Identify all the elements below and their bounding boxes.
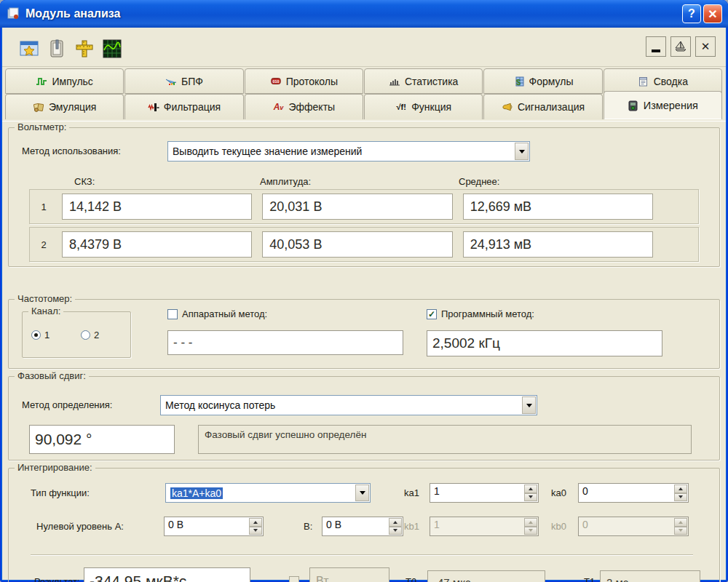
spin-down-button[interactable]	[674, 493, 687, 502]
zero-level-b-label: В:	[304, 521, 312, 532]
spin-up-button	[674, 518, 687, 527]
phase-value-field[interactable]: 90,092 °	[29, 425, 175, 454]
tab-signaling[interactable]: Сигнализация	[483, 94, 602, 119]
software-method-checkbox[interactable]: ✓ Программный метод:	[427, 308, 534, 319]
combo-dropdown-button[interactable]	[522, 396, 536, 414]
ka0-value: 0	[579, 484, 673, 502]
tab-formulas[interactable]: $ Формулы	[483, 68, 602, 94]
phase-method-combobox[interactable]: Метод косинуса потерь	[160, 395, 537, 415]
column-rms-label: СКЗ:	[74, 176, 95, 187]
tab-bpf[interactable]: БПФ	[124, 68, 243, 94]
tab-emulation[interactable]: Эмуляция	[5, 94, 124, 119]
favorites-window-button[interactable]	[17, 36, 41, 61]
minimize-panel-button[interactable]	[646, 36, 666, 57]
function-icon: √f!	[395, 101, 407, 113]
ka1-spinner[interactable]: 1	[430, 483, 539, 503]
zero-level-b-spinner[interactable]: 0 В	[322, 517, 403, 536]
chevron-up-icon	[678, 487, 683, 490]
function-type-combobox[interactable]: ka1*A+ka0	[165, 483, 371, 503]
rms-value-field[interactable]: 14,142 В	[62, 194, 252, 220]
checkbox-icon	[167, 309, 178, 319]
amplitude-value-field[interactable]: 40,053 В	[262, 231, 452, 258]
mean-value-field[interactable]: 12,669 мВ	[463, 194, 653, 220]
spin-up-button[interactable]	[524, 485, 537, 493]
tab-measurements[interactable]: Измерения	[604, 91, 722, 119]
combo-dropdown-button[interactable]	[355, 485, 369, 501]
tab-row-1: Импульс БПФ 010 Протоколы Статистика $ Ф…	[5, 68, 723, 94]
spin-down-button[interactable]	[249, 527, 262, 535]
spin-down-button	[674, 527, 687, 535]
titlebar[interactable]: Модуль анализа ? ✕	[0, 0, 728, 28]
tab-impuls[interactable]: Импульс	[5, 68, 124, 94]
tab-label: Протоколы	[286, 76, 338, 87]
function-type-value: ka1*A+ka0	[166, 487, 355, 499]
chevron-up-icon	[529, 487, 533, 490]
close-panel-button[interactable]: ✕	[695, 36, 716, 57]
tab-protocols[interactable]: 010 Протоколы	[245, 68, 363, 94]
spin-down-button[interactable]	[389, 527, 402, 535]
result-label: Результат:	[34, 576, 80, 582]
hardware-method-field[interactable]: - - -	[167, 330, 403, 355]
spin-up-button[interactable]	[674, 485, 687, 493]
ka0-spinner[interactable]: 0	[578, 483, 689, 503]
tab-row-2: Эмуляция Фильтрация Av Эффекты √f! Функц…	[5, 94, 723, 119]
combo-dropdown-button[interactable]	[515, 143, 529, 160]
radio-label: 1	[44, 330, 50, 340]
alarm-horn-icon	[502, 101, 513, 113]
rms-value-field[interactable]: 8,4379 В	[62, 231, 252, 258]
oscilloscope-button[interactable]	[100, 36, 124, 61]
spin-down-button[interactable]	[524, 493, 537, 502]
watt-field: Вт	[309, 567, 389, 582]
close-button[interactable]: ✕	[703, 4, 722, 23]
channel-legend: Канал:	[28, 306, 63, 316]
chart-button[interactable]	[670, 36, 691, 57]
channel-2-radio[interactable]: 2	[81, 330, 99, 340]
channel-1-radio[interactable]: 1	[31, 330, 50, 340]
tab-label: Функция	[411, 101, 451, 113]
hardware-method-checkbox[interactable]: Аппаратный метод:	[167, 308, 267, 319]
column-amplitude-label: Амплитуда:	[260, 176, 311, 187]
tab-statistics[interactable]: Статистика	[364, 68, 483, 94]
tab-filtration[interactable]: Фильтрация	[124, 94, 243, 119]
measure-ruler-button[interactable]	[72, 36, 97, 61]
checkbox-label: Аппаратный метод:	[182, 308, 267, 319]
selected-text: ka1*A+ka0	[170, 487, 223, 499]
radio-icon	[31, 330, 41, 340]
amplitude-value-field[interactable]: 20,031 В	[262, 194, 452, 220]
spin-up-button	[524, 518, 537, 527]
tab-label: Статистика	[405, 76, 459, 87]
divider	[31, 554, 693, 556]
tab-function[interactable]: √f! Функция	[364, 94, 483, 119]
app-icon	[6, 7, 20, 21]
emulation-icon	[33, 101, 44, 113]
software-method-field[interactable]: 2,5002 кГц	[427, 330, 662, 356]
formula-icon: $	[513, 76, 525, 87]
tab-summary[interactable]: Сводка	[604, 68, 722, 94]
summary-doc-icon	[638, 76, 649, 87]
tab-label: Фильтрация	[164, 101, 221, 113]
mean-value-field[interactable]: 24,913 мВ	[463, 231, 653, 258]
notebook-button[interactable]	[44, 36, 69, 61]
method-usage-label: Метод использования:	[22, 146, 121, 156]
kb1-value: 1	[430, 517, 523, 535]
analysis-module-window: Модуль анализа ? ✕	[0, 0, 728, 582]
spin-up-button[interactable]	[249, 518, 262, 527]
zero-level-a-spinner[interactable]: 0 В	[164, 517, 264, 536]
spin-up-button[interactable]	[389, 518, 402, 527]
tab-page-measurements: Вольтметр: Метод использования: Выводить…	[2, 121, 726, 580]
tab-effects[interactable]: Av Эффекты	[245, 94, 363, 119]
result-value-field[interactable]: -344,95 мкВ*с	[84, 567, 250, 582]
spectrum-icon	[165, 76, 177, 87]
help-button[interactable]: ?	[682, 4, 701, 23]
tab-label: БПФ	[181, 76, 203, 87]
function-type-label: Тип функции:	[31, 487, 90, 498]
chevron-up-icon	[393, 521, 397, 524]
voltmeter-group: Вольтметр: Метод использования: Выводить…	[8, 127, 720, 267]
voltmeter-row-2: 2 8,4379 В 40,053 В 24,913 мВ	[29, 227, 699, 262]
svg-text:$: $	[516, 78, 521, 87]
chevron-up-icon	[678, 521, 683, 524]
oscilloscope-icon	[103, 39, 122, 58]
method-usage-combobox[interactable]: Выводить текущее значение измерений	[167, 141, 530, 162]
integration-legend: Интегрирование:	[15, 462, 95, 473]
multimeter-icon	[628, 100, 639, 111]
